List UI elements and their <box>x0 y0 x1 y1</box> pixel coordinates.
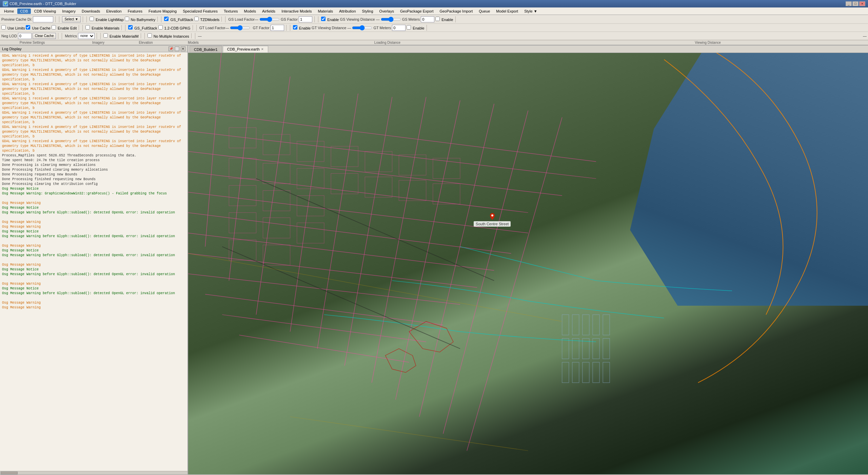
sep3 <box>161 16 161 22</box>
log-close-button[interactable]: ✕ <box>181 46 185 51</box>
menu-specialized-features[interactable]: Specialized Features <box>180 8 220 14</box>
neg-lod-input[interactable] <box>18 33 32 39</box>
log-line: GDAL Warning 1 received A geometry of ty… <box>2 68 185 82</box>
svg-line-15 <box>290 94 324 332</box>
menu-features[interactable]: Features <box>125 8 145 14</box>
menu-overlays[interactable]: Overlays <box>377 8 397 14</box>
no-multi-label[interactable]: No Multiple Instances <box>147 33 189 38</box>
enable-materials-checkbox[interactable] <box>85 25 90 30</box>
gt-view-slider[interactable] <box>352 25 372 30</box>
menu-feature-mapping[interactable]: Feature Mapping <box>146 8 179 14</box>
log-line: Osg Message Warning before Glyph::subloa… <box>2 291 185 296</box>
menu-styling[interactable]: Styling <box>359 8 376 14</box>
menu-style[interactable]: Style ▼ <box>521 8 540 14</box>
log-title: Log Display <box>2 47 21 51</box>
enable1b-checkbox[interactable] <box>435 17 440 21</box>
no-bathymetry-checkbox[interactable] <box>125 17 129 21</box>
title-text: CDB_Preview.earth - DTT_CDB_Builder <box>9 2 76 6</box>
fullstack1-checkbox[interactable] <box>164 17 169 21</box>
menu-attribution[interactable]: Attribution <box>336 8 359 14</box>
gs-factor-input[interactable] <box>299 16 312 22</box>
menu-downloads[interactable]: Downloads <box>79 8 103 14</box>
log-content[interactable]: GDAL Warning 1 received A geometry of ty… <box>0 52 188 471</box>
log-line: Osg Message Warning <box>2 225 185 229</box>
menu-model-export[interactable]: Model Export <box>493 8 521 14</box>
log-panel: Log Display 📌 ⬜ ✕ GDAL Warning 1 receive… <box>0 45 188 474</box>
menu-geopackage-import[interactable]: GeoPackage Import <box>437 8 475 14</box>
menu-textures[interactable]: Textures <box>221 8 241 14</box>
gt-load-slider[interactable] <box>230 25 250 30</box>
enable2-label[interactable]: Enable <box>293 25 311 30</box>
menu-cdb[interactable]: CDB <box>17 8 31 14</box>
menu-geopackage-export[interactable]: GeoPackage Export <box>397 8 436 14</box>
enable1-label[interactable]: Enable <box>321 17 339 22</box>
gpkg-label[interactable]: 1.2-CDB GPKG <box>158 25 191 30</box>
gt-meters-input[interactable] <box>392 25 406 31</box>
no-multi-checkbox[interactable] <box>147 33 152 38</box>
enable-materialm-checkbox[interactable] <box>103 33 108 38</box>
menu-airfields[interactable]: Airfields <box>259 8 278 14</box>
fullstack2-checkbox[interactable] <box>128 25 133 30</box>
enable2-checkbox[interactable] <box>293 25 297 30</box>
use-limits-checkbox[interactable] <box>1 25 6 30</box>
enable-materialm-label[interactable]: Enable MaterialM <box>103 33 139 38</box>
tab-cdb-builder[interactable]: CDB_Builder1 <box>190 46 222 53</box>
clear-cache-button[interactable]: Clear Cache <box>33 33 56 39</box>
log-scrollbar[interactable] <box>0 471 188 474</box>
lightmap-label[interactable]: Enable LightMap <box>90 17 124 22</box>
enable2b-checkbox[interactable] <box>407 25 411 30</box>
tab-close-icon[interactable]: ✕ <box>261 48 264 51</box>
gs-view-slider[interactable] <box>381 17 401 22</box>
menu-models[interactable]: Models <box>241 8 259 14</box>
enable-edit-checkbox[interactable] <box>52 25 56 30</box>
sep13 <box>195 33 195 39</box>
gt-factor-input[interactable] <box>271 25 284 31</box>
use-cache-checkbox[interactable] <box>26 25 30 30</box>
menu-elevation[interactable]: Elevation <box>103 8 124 14</box>
fullstack1-label[interactable]: GS_FullStack <box>164 17 193 22</box>
bathymetry-label[interactable]: No Bathymetry <box>125 17 156 22</box>
svg-rect-52 <box>593 315 599 335</box>
log-line <box>2 296 185 301</box>
log-float-button[interactable]: ⬜ <box>175 46 179 51</box>
tzd-label[interactable]: TZDModels <box>194 17 220 22</box>
svg-rect-23 <box>229 128 256 148</box>
menu-queue[interactable]: Queue <box>476 8 493 14</box>
location-label: South Centre Street <box>474 221 511 227</box>
gs-meters-input[interactable] <box>421 16 434 22</box>
map-viewport[interactable]: South Centre Street <box>188 53 868 474</box>
svg-rect-24 <box>263 134 290 155</box>
svg-line-16 <box>317 94 358 349</box>
select-button[interactable]: Select ▼ <box>62 16 80 22</box>
use-cache-label[interactable]: Use Cache <box>26 25 50 30</box>
maximize-button[interactable]: □ <box>852 1 859 6</box>
cache-dist-label: Cache Di: <box>16 17 32 21</box>
minimize-button[interactable]: _ <box>846 1 852 6</box>
tzd-checkbox[interactable] <box>194 17 199 21</box>
close-button[interactable]: × <box>859 1 865 6</box>
log-pin-button[interactable]: 📌 <box>169 46 173 51</box>
fullstack2-label[interactable]: GS_FullStack <box>128 25 157 30</box>
gs-load-slider[interactable] <box>259 17 280 22</box>
cache-dist-input[interactable] <box>33 16 53 22</box>
enable-edit-label[interactable]: Enable Edit <box>52 25 77 30</box>
enable-materials-label[interactable]: Enable Materials <box>85 25 119 30</box>
enable1-checkbox[interactable] <box>321 17 326 21</box>
menu-cdb-viewing[interactable]: CDB Viewing <box>32 8 59 14</box>
title-controls[interactable]: _ □ × <box>846 1 865 6</box>
use-limits-label[interactable]: Use Limits <box>1 25 25 30</box>
menu-imagery[interactable]: Imagery <box>59 8 78 14</box>
enable-lightmap-checkbox[interactable] <box>90 17 94 21</box>
log-header-controls[interactable]: 📌 ⬜ ✕ <box>169 46 185 51</box>
menu-materials[interactable]: Materials <box>315 8 336 14</box>
enable2b-label[interactable]: Enable <box>407 25 424 30</box>
menu-home[interactable]: Home <box>1 8 17 14</box>
materials-group: Enable Materials <box>85 25 122 30</box>
metrics-select[interactable]: none fps stats <box>78 33 95 39</box>
gpkg-checkbox[interactable] <box>158 25 163 30</box>
enable1b-label[interactable]: Enable <box>435 17 453 22</box>
log-line: Time spent hms0: 24.7m the tile creation… <box>2 158 185 163</box>
log-scrollbar-thumb[interactable] <box>1 472 18 474</box>
menu-interactive-models[interactable]: Interactive Models <box>279 8 314 14</box>
tab-cdb-preview[interactable]: CDB_Preview.earth ✕ <box>223 46 268 53</box>
